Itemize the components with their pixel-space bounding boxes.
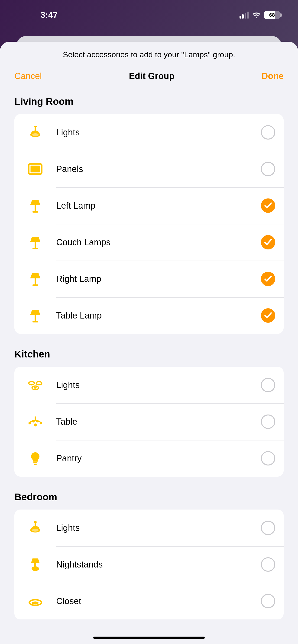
selection-checkmark[interactable] [261,308,275,323]
accessory-label: Lights [56,523,261,533]
instruction-text: Select accessories to add to your "Lamps… [0,50,298,71]
lamp-icon [15,234,56,250]
section-card: LightsPanelsLeft LampCouch LampsRight La… [15,114,283,334]
accessory-label: Panels [56,164,261,174]
accessory-label: Lights [56,128,261,138]
accessory-label: Table [56,417,261,427]
selection-checkmark[interactable] [261,198,275,213]
spots-icon [15,377,56,393]
status-bar: 3:47 68 [0,0,298,30]
accessory-label: Left Lamp [56,201,261,211]
cancel-button[interactable]: Cancel [15,71,42,81]
bedlamp-icon [15,556,56,572]
selection-checkmark[interactable] [261,557,275,572]
selection-checkmark[interactable] [261,414,275,429]
accessory-label: Couch Lamps [56,238,261,247]
chandelier-icon [15,414,56,430]
ceiling-icon [15,520,56,536]
lamp-icon [15,271,56,287]
selection-checkmark[interactable] [261,272,275,286]
accessory-row[interactable]: Right Lamp [15,260,283,297]
lamp-icon [15,308,56,324]
selection-checkmark[interactable] [261,125,275,140]
accessory-row[interactable]: Lights [15,510,283,546]
recessed-icon [15,593,56,609]
edit-group-sheet: Select accessories to add to your "Lamps… [0,42,298,644]
section-card: LightsTablePantry [15,367,283,476]
done-button[interactable]: Done [261,71,283,81]
accessory-label: Pantry [56,454,261,464]
sheet-title: Edit Group [129,71,174,81]
accessory-row[interactable]: Pantry [15,440,283,476]
bulb-icon [15,450,56,466]
status-time: 3:47 [0,10,58,20]
accessory-row[interactable]: Lights [15,114,283,151]
status-indicators: 68 [239,11,282,19]
selection-checkmark[interactable] [261,162,275,176]
accessory-label: Closet [56,596,261,606]
battery-icon: 68 [264,11,282,19]
cellular-icon [239,12,249,18]
section-header: Kitchen [0,346,298,367]
sheet-nav: Cancel Edit Group Done [0,71,298,93]
selection-checkmark[interactable] [261,235,275,250]
selection-checkmark[interactable] [261,451,275,466]
section-card: LightsNightstandsCloset [15,510,283,620]
accessory-row[interactable]: Closet [15,583,283,620]
wifi-icon [252,12,261,18]
accessory-row[interactable]: Lights [15,367,283,403]
lamp-icon [15,198,56,214]
accessory-label: Right Lamp [56,274,261,284]
ceiling-icon [15,124,56,140]
accessory-label: Table Lamp [56,311,261,320]
panel-icon [15,161,56,177]
selection-checkmark[interactable] [261,378,275,392]
section-header: Living Room [0,93,298,114]
accessory-row[interactable]: Nightstands [15,546,283,583]
accessory-row[interactable]: Left Lamp [15,187,283,224]
accessory-label: Nightstands [56,560,261,570]
accessory-row[interactable]: Couch Lamps [15,224,283,260]
accessory-row[interactable]: Panels [15,151,283,187]
selection-checkmark[interactable] [261,594,275,608]
selection-checkmark[interactable] [261,521,275,535]
accessory-label: Lights [56,380,261,390]
section-header: Bedroom [0,489,298,510]
accessory-row[interactable]: Table Lamp [15,297,283,334]
home-indicator [93,636,205,639]
accessory-row[interactable]: Table [15,403,283,440]
